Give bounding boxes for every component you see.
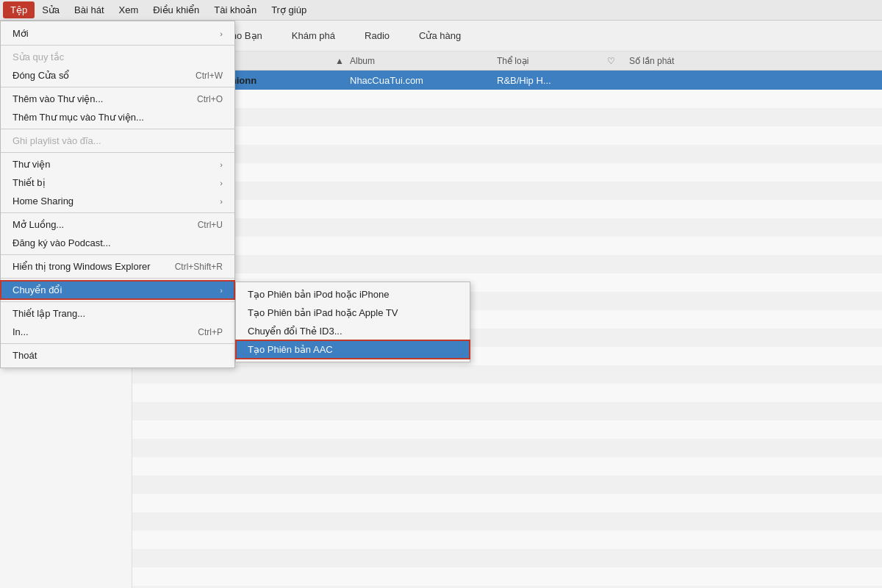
menu-quit-label: Thoát — [12, 350, 37, 361]
menu-library[interactable]: Thư viện › — [1, 155, 234, 173]
submenu-create-ipod[interactable]: Tạo Phiên bản iPod hoặc iPhone — [236, 285, 470, 304]
menu-item-file[interactable]: Tệp — [3, 1, 35, 18]
separator — [1, 152, 234, 153]
separator — [1, 45, 234, 46]
menu-subscribe-podcast[interactable]: Đăng ký vào Podcast... — [1, 234, 234, 252]
menu-home-sharing[interactable]: Home Sharing › — [1, 192, 234, 210]
cell-genre: R&B/Hip H... — [497, 75, 607, 86]
menu-page-setup-label: Thiết lập Trang... — [12, 308, 85, 319]
tab-radio[interactable]: Radio — [351, 26, 403, 45]
menu-add-library-label: Thêm vào Thư viện... — [12, 93, 103, 104]
submenu-create-ipad-label: Tạo Phiên bản iPad hoặc Apple TV — [248, 307, 398, 318]
menu-show-explorer-label: Hiển thị trong Windows Explorer — [12, 261, 151, 272]
menu-open-stream-label: Mở Luồng... — [12, 219, 64, 230]
shortcut-close: Ctrl+W — [196, 71, 223, 81]
submenu-convert: Tạo Phiên bản iPod hoặc iPhone Tạo Phiên… — [235, 282, 470, 362]
separator — [1, 301, 234, 302]
menu-item-account[interactable]: Tài khoản — [207, 1, 264, 18]
separator — [1, 254, 234, 255]
submenu-create-aac[interactable]: Tạo Phiên bản AAC — [236, 340, 470, 359]
submenu-convert-id3-label: Chuyển đổi Thẻ ID3... — [248, 326, 343, 337]
menu-print-label: In... — [12, 326, 29, 337]
menu-add-library[interactable]: Thêm vào Thư viện... Ctrl+O — [1, 90, 234, 108]
primary-menu: Mới › Sửa quy tắc Đóng Cửa sổ Ctrl+W Thê… — [0, 21, 235, 368]
menu-subscribe-podcast-label: Đăng ký vào Podcast... — [12, 237, 111, 248]
sort-arrow-icon: ▲ — [335, 56, 350, 66]
menu-burn-playlist: Ghi playlist vào đĩa... — [1, 132, 234, 150]
menu-add-folder-label: Thêm Thư mục vào Thư viện... — [12, 112, 144, 123]
menu-edit-rules: Sửa quy tắc — [1, 48, 234, 66]
menu-quit[interactable]: Thoát — [1, 346, 234, 365]
arrow-icon: › — [220, 160, 223, 169]
menu-bar: Tệp Sửa Bài hát Xem Điều khiển Tài khoản… — [0, 0, 882, 21]
menu-convert-label: Chuyển đổi — [12, 284, 62, 295]
separator — [1, 343, 234, 344]
shortcut-open-stream: Ctrl+U — [198, 220, 223, 230]
col-header-genre: Thể loại — [497, 56, 607, 66]
tab-discover[interactable]: Khám phá — [279, 26, 348, 45]
arrow-icon: › — [220, 286, 223, 295]
menu-close-window[interactable]: Đóng Cửa sổ Ctrl+W — [1, 66, 234, 85]
menu-edit-rules-label: Sửa quy tắc — [12, 51, 64, 62]
menu-add-folder[interactable]: Thêm Thư mục vào Thư viện... — [1, 108, 234, 126]
separator — [1, 212, 234, 213]
menu-item-songs[interactable]: Bài hát — [67, 1, 111, 18]
col-header-plays: Số lần phát — [629, 56, 703, 66]
menu-devices-label: Thiết bị — [12, 177, 46, 188]
col-header-album: Album — [350, 56, 497, 66]
menu-convert[interactable]: Chuyển đổi › — [1, 281, 234, 299]
menu-page-setup[interactable]: Thiết lập Trang... — [1, 304, 234, 323]
nav-tabs: Thư viện Cho Bạn Khám phá Radio Cửa hàng — [132, 21, 882, 51]
menu-burn-playlist-label: Ghi playlist vào đĩa... — [12, 135, 101, 146]
menu-show-explorer[interactable]: Hiển thị trong Windows Explorer Ctrl+Shi… — [1, 257, 234, 276]
shortcut-show-explorer: Ctrl+Shift+R — [175, 262, 223, 272]
table-row[interactable]: 4:26 MONO, Onionn NhacCuaTui.com R&B/Hip… — [132, 71, 882, 90]
arrow-icon: › — [220, 179, 223, 187]
submenu-create-aac-label: Tạo Phiên bản AAC — [248, 344, 333, 355]
file-dropdown: Mới › Sửa quy tắc Đóng Cửa sổ Ctrl+W Thê… — [0, 21, 235, 368]
shortcut-add-library: Ctrl+O — [197, 94, 223, 104]
menu-devices[interactable]: Thiết bị › — [1, 173, 234, 192]
submenu-create-ipod-label: Tạo Phiên bản iPod hoặc iPhone — [248, 289, 389, 300]
arrow-icon: › — [220, 197, 223, 206]
tab-store[interactable]: Cửa hàng — [406, 26, 474, 45]
menu-print[interactable]: In... Ctrl+P — [1, 323, 234, 341]
arrow-icon: › — [220, 29, 223, 38]
menu-open-stream[interactable]: Mở Luồng... Ctrl+U — [1, 215, 234, 234]
menu-new[interactable]: Mới › — [1, 24, 234, 43]
menu-close-window-label: Đóng Cửa sổ — [12, 70, 69, 81]
separator — [1, 87, 234, 87]
separator — [1, 129, 234, 129]
menu-item-view[interactable]: Xem — [112, 1, 146, 18]
shortcut-print: Ctrl+P — [198, 327, 223, 337]
menu-item-help[interactable]: Trợ giúp — [264, 1, 314, 18]
menu-item-controls[interactable]: Điều khiển — [146, 1, 207, 18]
submenu-convert-id3[interactable]: Chuyển đổi Thẻ ID3... — [236, 322, 470, 340]
col-header-heart: ♡ — [607, 56, 629, 66]
cell-album: NhacCuaTui.com — [350, 75, 497, 86]
menu-new-label: Mới — [12, 28, 29, 39]
menu-home-sharing-label: Home Sharing — [12, 196, 74, 207]
menu-library-label: Thư viện — [12, 159, 50, 170]
separator — [1, 278, 234, 279]
table-header: Thời gian Nghệ sĩ ▲ Album Thể loại ♡ Số … — [132, 51, 882, 71]
menu-item-edit[interactable]: Sửa — [35, 1, 67, 18]
submenu-create-ipad[interactable]: Tạo Phiên bản iPad hoặc Apple TV — [236, 304, 470, 322]
